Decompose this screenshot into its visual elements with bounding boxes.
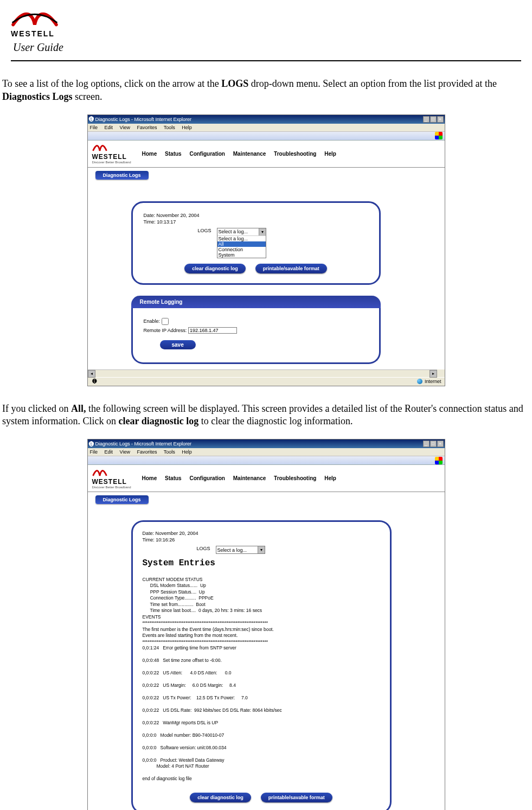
nav-configuration[interactable]: Configuration [189, 151, 225, 157]
nav-maintenance[interactable]: Maintenance [233, 151, 266, 157]
internet-zone-icon [417, 379, 422, 384]
scroll-corner [437, 369, 445, 377]
panel-wrap-2: Date: November 20, 2004 Time: 10:16:26 L… [88, 504, 445, 810]
date-line: Date: November 20, 2004 [144, 213, 368, 218]
ie-titlebar: 🅔 Diagnostic Logs - Microsoft Internet E… [88, 115, 445, 124]
nav-configuration-2[interactable]: Configuration [189, 475, 225, 481]
enable-checkbox[interactable] [162, 318, 169, 325]
ie-menubar: File Edit View Favorites Tools Help [88, 124, 445, 132]
menu-tools-2[interactable]: Tools [164, 449, 175, 455]
ie-app-icon: 🅔 [89, 116, 95, 122]
screenshot-1: 🅔 Diagnostic Logs - Microsoft Internet E… [87, 114, 445, 386]
para1-bold-diag: Diagnostics Logs [2, 91, 73, 102]
button-row-2: clear diagnostic log printable/savable f… [143, 793, 380, 802]
menu-view[interactable]: View [120, 125, 130, 130]
chevron-down-icon-2[interactable]: ▾ [258, 546, 265, 553]
clear-diagnostic-log-button-2[interactable]: clear diagnostic log [190, 793, 251, 802]
chevron-down-icon[interactable]: ▾ [259, 228, 266, 235]
save-button[interactable]: save [160, 340, 196, 349]
menu-favorites[interactable]: Favorites [137, 125, 157, 130]
tab-diagnostic-logs-2[interactable]: Diagnostic Logs [95, 495, 149, 504]
menu-edit[interactable]: Edit [105, 125, 113, 130]
scroll-left-icon[interactable]: ◂ [88, 370, 95, 378]
nav-troubleshooting[interactable]: Troubleshooting [274, 151, 316, 157]
nav-home-2[interactable]: Home [142, 475, 157, 481]
dropdown-head-2[interactable]: ▾ [216, 546, 265, 553]
ip-row: Remote IP Address: 192.168.1.47 [144, 327, 368, 334]
menu-favorites-2[interactable]: Favorites [137, 449, 157, 455]
dropdown-value[interactable] [217, 229, 259, 234]
router-tagline-2: Discover Better Broadband [92, 486, 138, 489]
remote-ip-input[interactable]: 192.168.1.47 [188, 327, 237, 334]
tab-diagnostic-logs[interactable]: Diagnostic Logs [95, 171, 149, 180]
westell-swoosh-icon [11, 9, 59, 29]
router-nav: Home Status Configuration Maintenance Tr… [142, 151, 343, 157]
router-nav-2: Home Status Configuration Maintenance Tr… [142, 475, 343, 481]
router-tagline: Discover Better Broadband [92, 161, 138, 164]
printable-savable-button-2[interactable]: printable/savable format [261, 793, 332, 802]
logs-label: LOGS [198, 228, 211, 233]
nav-help[interactable]: Help [324, 151, 336, 157]
window-buttons-2: _ □ × [423, 441, 444, 447]
dropdown-value-2[interactable] [216, 547, 258, 553]
para2-text-a: If you clicked on [2, 403, 71, 414]
ie-titlebar-2: 🅔 Diagnostic Logs - Microsoft Internet E… [88, 439, 445, 448]
brand-name: WESTELL [11, 29, 55, 38]
dropdown-option-system[interactable]: System [217, 252, 266, 258]
nav-help-2[interactable]: Help [324, 475, 336, 481]
close-button[interactable]: × [437, 116, 444, 123]
dropdown-head[interactable]: ▾ [217, 228, 266, 235]
windows-flag-icon-2 [435, 457, 443, 464]
dropdown-list: Select a log... All Connection System [217, 235, 266, 258]
router-brand: WESTELL [92, 153, 138, 161]
nav-maintenance-2[interactable]: Maintenance [233, 475, 266, 481]
dropdown-option-connection[interactable]: Connection [217, 247, 266, 252]
router-logo-2: WESTELL Discover Better Broadband [88, 466, 142, 491]
dropdown-option-all[interactable]: All [217, 241, 266, 247]
nav-home[interactable]: Home [142, 151, 157, 157]
time-line-2: Time: 10:16:26 [143, 537, 380, 543]
horizontal-scrollbar[interactable]: ◂ ▸ [88, 369, 437, 377]
logs-dropdown-2[interactable]: ▾ [216, 546, 265, 554]
log-output: CURRENT MODEM STATUS DSL Modem Status...… [143, 577, 380, 782]
internet-zone-label: Internet [425, 379, 441, 384]
enable-row: Enable: [144, 318, 368, 325]
para1-text-e: screen. [73, 91, 102, 102]
logs-label-2: LOGS [197, 546, 210, 551]
dropdown-option-select[interactable]: Select a log... [217, 236, 266, 241]
menu-tools[interactable]: Tools [164, 125, 175, 130]
close-button-2[interactable]: × [437, 441, 444, 447]
nav-troubleshooting-2[interactable]: Troubleshooting [274, 475, 316, 481]
page-content-1: WESTELL Discover Better Broadband Home S… [88, 141, 445, 369]
button-row-1: clear diagnostic log printable/savable f… [144, 264, 368, 273]
nav-status-2[interactable]: Status [165, 475, 182, 481]
para1-text-c: drop-down menu. Select an option from th… [248, 78, 497, 89]
ie-menubar-2: File Edit View Favorites Tools Help [88, 448, 445, 456]
paragraph-2: If you clicked on All, the following scr… [1, 403, 531, 439]
printable-savable-button[interactable]: printable/savable format [255, 264, 327, 273]
ie-toolbar [88, 132, 445, 141]
ie-app-icon-2: 🅔 [89, 441, 95, 447]
menu-file[interactable]: File [90, 125, 98, 130]
enable-label: Enable: [144, 318, 161, 323]
para2-text-e: to clear the diagnostic log information. [198, 416, 352, 426]
menu-file-2[interactable]: File [90, 449, 98, 455]
maximize-button-2[interactable]: □ [430, 441, 437, 447]
logs-dropdown[interactable]: ▾ Select a log... All Connection System [217, 228, 266, 258]
menu-view-2[interactable]: View [120, 449, 130, 455]
paragraph-1: To see a list of the log options, click … [1, 78, 531, 114]
clear-diagnostic-log-button[interactable]: clear diagnostic log [184, 264, 246, 273]
ie-title-text: Diagnostic Logs - Microsoft Internet Exp… [95, 117, 423, 122]
menu-help-2[interactable]: Help [182, 449, 192, 455]
scroll-right-icon[interactable]: ▸ [430, 370, 437, 378]
maximize-button[interactable]: □ [430, 116, 437, 123]
menu-help[interactable]: Help [182, 125, 192, 130]
minimize-button[interactable]: _ [423, 116, 430, 123]
remote-ip-label: Remote IP Address: [144, 328, 187, 333]
menu-edit-2[interactable]: Edit [105, 449, 113, 455]
para1-text-a: To see a list of the log options, click … [2, 78, 221, 89]
nav-status[interactable]: Status [165, 151, 182, 157]
minimize-button-2[interactable]: _ [423, 441, 430, 447]
ie-title-text-2: Diagnostic Logs - Microsoft Internet Exp… [95, 441, 423, 447]
page-header: WESTELL User Guide [1, 5, 531, 55]
